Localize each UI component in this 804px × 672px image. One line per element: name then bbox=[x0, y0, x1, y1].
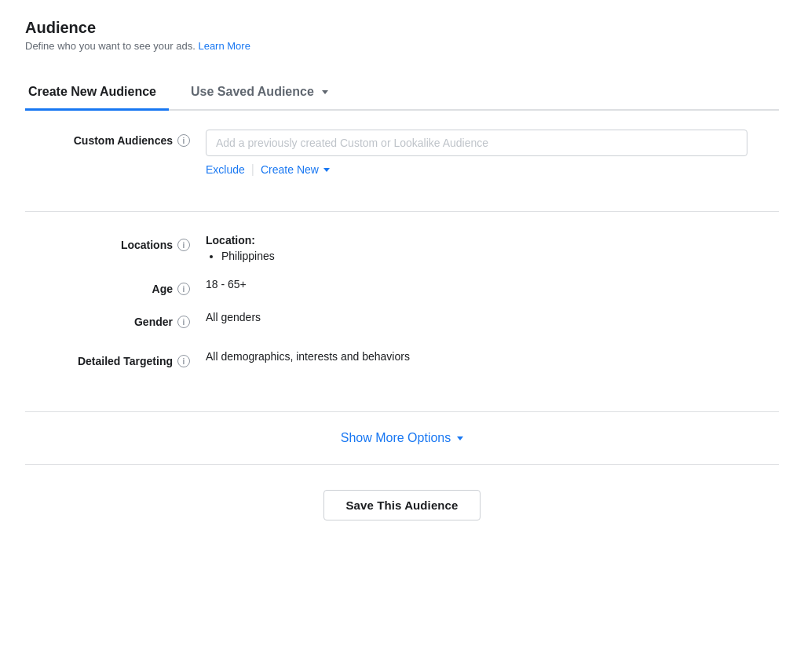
show-more-row: Show More Options bbox=[25, 412, 779, 464]
tab-use-saved-label: Use Saved Audience bbox=[191, 85, 314, 99]
custom-audiences-label: Custom Audiences i bbox=[25, 130, 190, 147]
detailed-targeting-label-text: Detailed Targeting bbox=[78, 355, 173, 367]
exclude-link[interactable]: Exclude bbox=[206, 163, 245, 176]
gender-value: All genders bbox=[206, 308, 261, 323]
save-row: Save This Audience bbox=[25, 465, 779, 539]
age-field: Age i 18 - 65+ bbox=[25, 278, 779, 295]
custom-audiences-label-text: Custom Audiences bbox=[74, 134, 173, 147]
locations-field: Locations i Location: Philippines bbox=[25, 234, 779, 262]
page-header: Audience Define who you want to see your… bbox=[25, 19, 779, 52]
gender-label-text: Gender bbox=[134, 316, 173, 328]
gender-info-icon[interactable]: i bbox=[177, 316, 190, 328]
show-more-button[interactable]: Show More Options bbox=[341, 431, 464, 445]
show-more-chevron-icon bbox=[457, 436, 463, 440]
locations-label-text: Locations bbox=[121, 239, 173, 251]
locations-section: Locations i Location: Philippines Age i … bbox=[25, 212, 779, 411]
age-info-icon[interactable]: i bbox=[177, 283, 190, 295]
gender-field: Gender i All genders bbox=[25, 311, 779, 328]
detailed-targeting-content: All demographics, interests and behavior… bbox=[206, 350, 779, 363]
save-audience-button[interactable]: Save This Audience bbox=[323, 490, 481, 520]
tab-create-new[interactable]: Create New Audience bbox=[25, 77, 169, 111]
locations-content: Location: Philippines bbox=[206, 234, 779, 262]
create-new-label: Create New bbox=[261, 163, 319, 176]
audience-actions: Exclude | Create New bbox=[206, 163, 779, 177]
detailed-targeting-label: Detailed Targeting i bbox=[25, 350, 190, 367]
detailed-targeting-info-icon[interactable]: i bbox=[177, 355, 190, 367]
locations-info-icon[interactable]: i bbox=[177, 239, 190, 251]
custom-audiences-content: Exclude | Create New bbox=[206, 130, 779, 177]
gender-label: Gender i bbox=[25, 311, 190, 328]
location-type-label: Location: bbox=[206, 234, 255, 247]
custom-audiences-field: Custom Audiences i Exclude | Create New bbox=[25, 130, 779, 177]
create-new-chevron-icon bbox=[323, 168, 330, 172]
age-label: Age i bbox=[25, 278, 190, 295]
detailed-targeting-value: All demographics, interests and behavior… bbox=[206, 347, 410, 363]
page-subtitle-text: Define who you want to see your ads. bbox=[25, 40, 196, 52]
tab-create-new-label: Create New Audience bbox=[28, 85, 156, 99]
age-content: 18 - 65+ bbox=[206, 278, 779, 290]
create-new-link[interactable]: Create New bbox=[261, 163, 330, 176]
location-type: Location: bbox=[206, 234, 779, 247]
locations-label: Locations i bbox=[25, 234, 190, 251]
location-list: Philippines bbox=[221, 250, 779, 262]
age-label-text: Age bbox=[152, 283, 173, 295]
location-item: Philippines bbox=[221, 250, 779, 262]
tabs-row: Create New Audience Use Saved Audience bbox=[25, 77, 779, 111]
custom-audiences-input[interactable] bbox=[206, 130, 747, 156]
detailed-targeting-field: Detailed Targeting i All demographics, i… bbox=[25, 344, 779, 389]
custom-audiences-info-icon[interactable]: i bbox=[177, 134, 190, 147]
tab-use-saved[interactable]: Use Saved Audience bbox=[188, 77, 341, 111]
page-title: Audience bbox=[25, 19, 779, 37]
learn-more-link[interactable]: Learn More bbox=[198, 40, 250, 52]
page-subtitle: Define who you want to see your ads. Lea… bbox=[25, 40, 779, 52]
gender-content: All genders bbox=[206, 311, 779, 323]
chevron-down-icon bbox=[322, 90, 328, 94]
custom-audiences-section: Custom Audiences i Exclude | Create New bbox=[25, 111, 779, 211]
age-value: 18 - 65+ bbox=[206, 275, 247, 290]
action-separator: | bbox=[251, 163, 254, 177]
show-more-label: Show More Options bbox=[341, 431, 451, 445]
